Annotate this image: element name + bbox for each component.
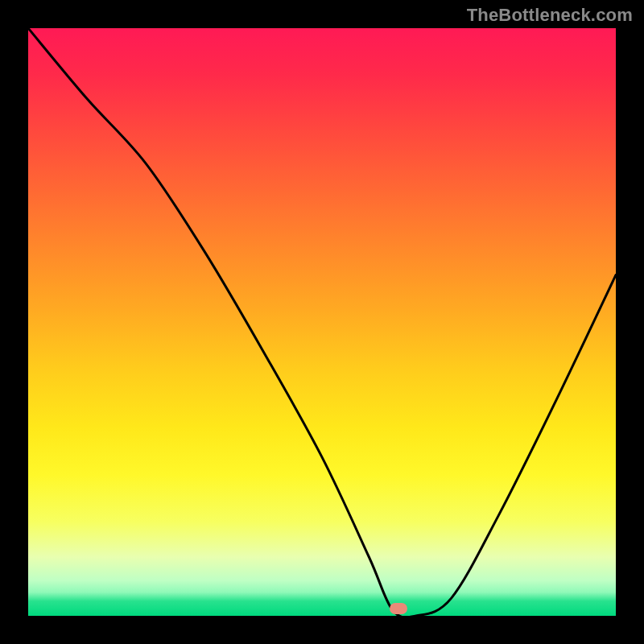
chart-frame: TheBottleneck.com <box>0 0 644 644</box>
optimal-marker <box>390 603 407 614</box>
watermark-text: TheBottleneck.com <box>467 5 633 26</box>
bottleneck-curve <box>28 28 616 616</box>
plot-area <box>28 28 616 616</box>
